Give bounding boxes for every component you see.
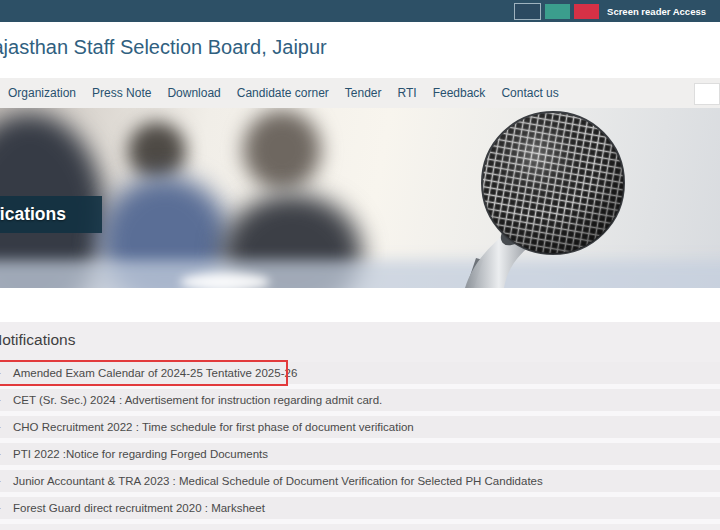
contrast-teal-swatch[interactable] [545, 4, 570, 19]
notifications-list: ➤ Amended Exam Calendar of 2024-25 Tenta… [0, 362, 720, 524]
contrast-red-swatch[interactable] [574, 4, 599, 19]
notification-item[interactable]: ➤ PTI 2022 :Notice for regarding Forged … [0, 443, 720, 470]
notification-item[interactable]: ➤ CHO Recruitment 2022 : Time schedule f… [0, 416, 720, 443]
notification-item[interactable]: ➤ Junior Accountant & TRA 2023 : Medical… [0, 470, 720, 497]
arrow-bullet-icon: ➤ [0, 447, 9, 461]
contrast-dark-swatch[interactable] [514, 3, 541, 20]
notification-link[interactable]: CHO Recruitment 2022 : Time schedule for… [13, 421, 414, 433]
nav-item-rti[interactable]: RTI [398, 86, 417, 100]
accessibility-bar: Screen reader Access [0, 0, 720, 22]
arrow-bullet-icon: ➤ [0, 393, 9, 407]
hero-silhouette-center-head [128, 122, 186, 180]
notification-link[interactable]: PTI 2022 :Notice for regarding Forged Do… [13, 448, 268, 460]
nav-item-tender[interactable]: Tender [345, 86, 382, 100]
hero-silhouette-right-head [243, 110, 321, 190]
notification-item[interactable]: ➤ Amended Exam Calendar of 2024-25 Tenta… [0, 362, 720, 389]
hero-overlay-band: Notifications [0, 196, 102, 233]
notifications-section: Notifications ➤ Amended Exam Calendar of… [0, 322, 720, 530]
hero-paper-blur [180, 273, 270, 288]
screen-reader-access-link[interactable]: Screen reader Access [607, 6, 706, 17]
site-title: Rajasthan Staff Selection Board, Jaipur [0, 36, 327, 59]
arrow-bullet-icon: ➤ [0, 501, 9, 515]
notification-item[interactable]: ➤ CET (Sr. Sec.) 2024 : Advertisement fo… [0, 389, 720, 416]
site-header: Rajasthan Staff Selection Board, Jaipur [0, 22, 720, 79]
notification-link[interactable]: CET (Sr. Sec.) 2024 : Advertisement for … [13, 394, 382, 406]
notifications-heading: Notifications [0, 331, 75, 349]
hero-image: Notifications [0, 108, 720, 288]
arrow-bullet-icon: ➤ [0, 366, 9, 380]
page: Screen reader Access Rajasthan Staff Sel… [0, 0, 720, 530]
hero-overlay-label: Notifications [0, 204, 66, 225]
arrow-bullet-icon: ➤ [0, 420, 9, 434]
nav-item-download[interactable]: Download [167, 86, 220, 100]
main-nav: Organization Press Note Download Candida… [0, 78, 720, 108]
notification-link[interactable]: Amended Exam Calendar of 2024-25 Tentati… [13, 367, 297, 379]
nav-item-feedback[interactable]: Feedback [433, 86, 486, 100]
notification-link[interactable]: Forest Guard direct recruitment 2020 : M… [13, 502, 265, 514]
microphone-illustration [380, 108, 720, 288]
nav-item-organization[interactable]: Organization [8, 86, 76, 100]
nav-item-contact-us[interactable]: Contact us [501, 86, 558, 100]
nav-item-press-note[interactable]: Press Note [92, 86, 151, 100]
arrow-bullet-icon: ➤ [0, 474, 9, 488]
notification-item[interactable]: ➤ Forest Guard direct recruitment 2020 :… [0, 497, 720, 524]
notification-link[interactable]: Junior Accountant & TRA 2023 : Medical S… [13, 475, 543, 487]
search-box-partial[interactable] [694, 83, 720, 105]
nav-item-candidate-corner[interactable]: Candidate corner [237, 86, 329, 100]
